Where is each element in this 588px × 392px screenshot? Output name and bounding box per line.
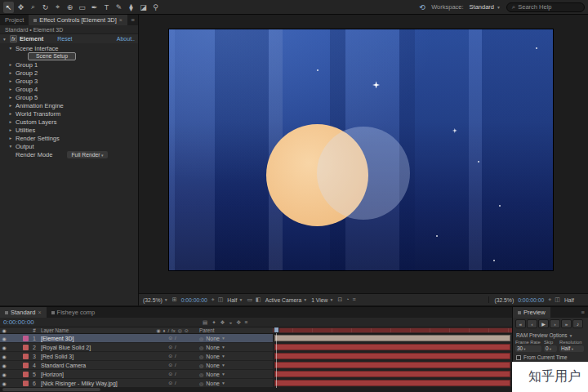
motion-blur-switch-icon[interactable]: ⊙ — [168, 345, 172, 350]
twirl-icon[interactable]: ▸ — [7, 119, 14, 124]
eye-icon[interactable]: ◉ — [2, 363, 6, 368]
frame-blending-icon[interactable]: ◒ — [229, 319, 232, 325]
current-timecode[interactable]: 0:00:00:00 — [3, 318, 34, 326]
effect-property-row[interactable]: ▸ Custom Layers — [0, 118, 138, 126]
twirl-icon[interactable]: ▾ — [7, 46, 14, 51]
parent-dropdown[interactable]: None ▼ — [206, 363, 225, 368]
type-tool-icon[interactable]: T — [101, 2, 112, 13]
table-row[interactable]: ◉ 3 [Red Solid 3] ⊙ / ◎ None ▼ — [0, 352, 512, 361]
pan-behind-tool-icon[interactable]: ⊕ — [65, 2, 75, 13]
previous-frame-button[interactable]: ‹ — [527, 319, 537, 328]
hand-tool-icon[interactable]: ✥ — [16, 2, 26, 13]
current-time-indicator-line[interactable] — [276, 327, 277, 388]
current-time-indicator-handle[interactable] — [274, 327, 279, 333]
layer-duration-bar[interactable] — [274, 362, 510, 368]
effect-property-row[interactable]: ▸ Group 2 — [0, 69, 138, 77]
camera-view-dropdown[interactable]: Active Camera ▼ — [265, 297, 308, 303]
twirl-icon[interactable]: ▸ — [7, 103, 14, 108]
solo-column-icon[interactable]: ♦ — [163, 328, 166, 333]
workspace-dropdown[interactable]: Standard ▼ — [470, 3, 501, 11]
parent-dropdown[interactable]: None ▼ — [206, 345, 225, 350]
table-row[interactable]: ◉ 4 Standard Camera ⊙ / ◎ None ▼ — [0, 361, 512, 370]
resolution-dropdown[interactable]: Half — [564, 297, 574, 303]
puppet-pin-tool-icon[interactable]: ⚲ — [150, 2, 161, 13]
label-color-swatch[interactable] — [23, 354, 29, 359]
parent-pickwhip-icon[interactable]: ◎ — [178, 328, 182, 333]
effect-property-row[interactable]: ▸ Utilities — [0, 126, 138, 134]
layer-duration-bar[interactable] — [274, 344, 510, 350]
last-frame-button[interactable]: » — [561, 319, 572, 328]
label-color-swatch[interactable] — [23, 381, 29, 386]
fast-previews-icon[interactable]: ◔ — [345, 296, 349, 303]
layer-name[interactable]: Standard Camera — [41, 363, 86, 368]
layer-name[interactable]: [Horizon] — [41, 372, 64, 377]
region-of-interest-icon[interactable]: ▭ — [247, 296, 252, 303]
motion-blur-switch-icon[interactable]: ⊙ — [168, 363, 172, 368]
effect-header-row[interactable]: ▾ fx Element Reset About.. — [0, 34, 138, 43]
composition-canvas[interactable] — [169, 29, 553, 270]
reset-link[interactable]: Reset — [57, 36, 72, 42]
label-color-swatch[interactable] — [23, 345, 29, 350]
close-tab-icon[interactable]: × — [119, 17, 122, 23]
effect-property-row[interactable]: Render Mode Full Render — [0, 150, 138, 158]
shape-tool-icon[interactable]: ▭ — [77, 2, 87, 13]
unified-camera-tool-icon[interactable]: ⌖ — [52, 2, 63, 13]
table-row[interactable]: ◉ 1 [Element 3D] ⊙ / ◎ None ▼ — [0, 334, 512, 343]
layer-duration-bar[interactable] — [274, 353, 510, 359]
effect-property-row[interactable]: ▸ Group 3 — [0, 77, 138, 85]
layer-track[interactable] — [273, 352, 512, 360]
brush-tool-icon[interactable]: ✎ — [114, 2, 124, 13]
play-button[interactable]: ▶ — [538, 319, 549, 328]
layer-duration-bar[interactable] — [274, 380, 510, 386]
time-ruler[interactable] — [273, 327, 512, 333]
effect-property-row[interactable]: ▾ Output — [0, 142, 138, 150]
shy-switch-icon[interactable]: / — [175, 372, 176, 376]
eye-icon[interactable]: ◉ — [2, 372, 6, 377]
layer-name[interactable]: [Red Solid 3] — [41, 354, 74, 359]
tab-comp-standard[interactable]: Standard × — [0, 307, 47, 318]
effect-property-row[interactable]: Scene Setup — [0, 52, 138, 60]
sync-settings-icon[interactable]: ⟲ — [420, 3, 426, 11]
shy-switch-icon[interactable]: / — [175, 381, 176, 385]
motion-blur-switch-icon[interactable]: ⊙ — [168, 336, 172, 341]
twirl-icon[interactable]: ▸ — [7, 70, 14, 75]
layer-track[interactable] — [273, 379, 512, 387]
eye-icon[interactable]: ◉ — [2, 345, 6, 350]
motion-blur-icon[interactable]: ✥ — [236, 319, 240, 326]
magnification-dropdown[interactable]: (32.5%) — [494, 297, 514, 303]
label-color-swatch[interactable] — [23, 363, 29, 368]
snapshot-icon[interactable]: ⌖ — [212, 296, 215, 303]
parent-pickwhip-icon[interactable]: ◎ — [199, 363, 203, 368]
layer-track[interactable] — [273, 343, 512, 351]
frame-rate-dropdown[interactable]: 30 — [515, 345, 541, 352]
viewer-timecode[interactable]: 0:00:00:00 — [518, 297, 544, 303]
layer-name[interactable]: [Nick Risinger - Milky Way.jpg] — [41, 381, 118, 386]
twirl-icon[interactable]: ▸ — [7, 62, 14, 67]
parent-pickwhip-icon[interactable]: ◎ — [199, 372, 203, 377]
ram-preview-options-dropdown[interactable]: RAM Preview Options ▼ — [513, 330, 588, 340]
close-tab-icon[interactable]: × — [38, 310, 41, 315]
first-frame-button[interactable]: « — [515, 319, 526, 328]
label-color-swatch[interactable] — [23, 336, 29, 341]
eye-icon[interactable]: ◉ — [2, 381, 6, 386]
layer-track[interactable] — [273, 370, 512, 378]
layer-name-header[interactable]: Layer Name — [41, 327, 69, 333]
motion-blur-switch-icon[interactable]: ⊙ — [168, 381, 172, 385]
tab-project[interactable]: Project — [0, 15, 29, 25]
parent-dropdown[interactable]: None ▼ — [206, 372, 225, 377]
rotation-tool-icon[interactable]: ↻ — [40, 2, 51, 13]
twirl-icon[interactable]: ▸ — [7, 111, 14, 116]
video-column-icon[interactable]: ◉ — [156, 328, 160, 333]
snapshot-icon[interactable]: ⌖ — [548, 296, 551, 303]
fx-icon[interactable]: fx — [10, 35, 17, 42]
parent-pickwhip-icon[interactable]: ◎ — [199, 336, 203, 341]
layer-track[interactable] — [273, 361, 512, 369]
draft-3d-icon[interactable]: ✦ — [212, 319, 216, 326]
live-update-icon[interactable]: ▤ — [203, 319, 207, 326]
clone-stamp-tool-icon[interactable]: ⧫ — [126, 2, 136, 13]
shy-column-icon[interactable]: / — [167, 328, 169, 333]
shy-switch-icon[interactable]: / — [175, 336, 176, 341]
property-value-dropdown[interactable]: Full Render — [67, 151, 107, 158]
effect-property-row[interactable]: ▸ Group 4 — [0, 85, 138, 93]
twirl-icon[interactable]: ▸ — [7, 127, 14, 132]
